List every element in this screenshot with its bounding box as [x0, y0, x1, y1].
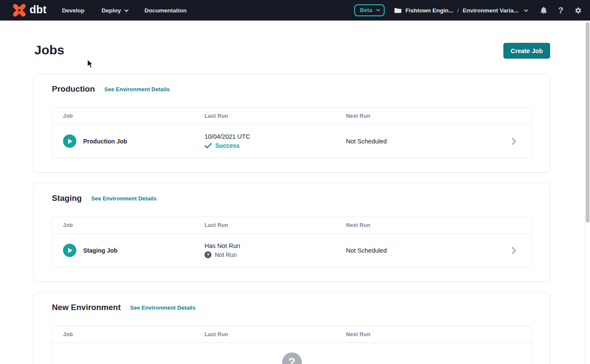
chevron-down-icon[interactable]: [524, 8, 528, 12]
job-row[interactable]: Staging Job Has Not Run ? Not Run Not Sc…: [52, 234, 531, 267]
jobs-table: Job Last Run Next Run ?: [52, 326, 532, 364]
check-icon: [205, 143, 212, 149]
nav-links: Develop Deploy Documentation: [62, 7, 187, 14]
nav-link-deploy[interactable]: Deploy: [102, 7, 127, 14]
nav-link-develop[interactable]: Develop: [62, 7, 84, 14]
job-cell: Production Job: [63, 134, 205, 148]
scrollbar-track[interactable]: [584, 21, 590, 364]
jobs-table: Job Last Run Next Run Production Job 10/…: [52, 107, 532, 158]
chevron-down-icon: [124, 8, 129, 12]
last-run-cell: 10/04/2021 UTC Success: [205, 133, 346, 149]
environment-card-production: Production See Environment Details Job L…: [33, 74, 550, 173]
nav-link-documentation[interactable]: Documentation: [144, 7, 187, 14]
environment-name: New Environment: [52, 303, 120, 312]
environment-card-header: Production See Environment Details: [52, 84, 532, 94]
last-run-status: ? Not Run: [205, 251, 346, 258]
nav-icon-group: ?: [540, 6, 582, 15]
last-run-date: 10/04/2021 UTC: [205, 133, 346, 140]
run-job-play-button[interactable]: [63, 134, 76, 148]
play-icon: [68, 248, 72, 253]
run-job-play-button[interactable]: [63, 244, 76, 257]
bell-icon[interactable]: [540, 6, 548, 15]
column-header-job: Job: [63, 113, 205, 119]
create-job-button[interactable]: Create Job: [503, 43, 550, 59]
job-row[interactable]: Production Job 10/04/2021 UTC Success No…: [52, 125, 531, 158]
last-run-status: Success: [205, 142, 346, 149]
last-run-date: Has Not Run: [205, 242, 346, 249]
breadcrumb-account[interactable]: Fishtown Engin...: [406, 7, 454, 14]
environment-name: Production: [52, 84, 95, 94]
status-label: Success: [215, 142, 240, 149]
next-run-cell: Not Scheduled: [346, 138, 512, 145]
column-header-last-run: Last Run: [205, 113, 346, 119]
see-environment-details-link[interactable]: See Environment Details: [104, 86, 169, 92]
column-header-last-run: Last Run: [205, 331, 346, 337]
main-content: Jobs Create Job Production See Environme…: [33, 43, 550, 364]
jobs-table-header: Job Last Run Next Run: [52, 108, 531, 125]
jobs-table-header: Job Last Run Next Run: [52, 326, 531, 343]
page-title: Jobs: [34, 43, 64, 57]
jobs-table: Job Last Run Next Run Staging Job Has No…: [52, 217, 532, 267]
question-circle-icon: ?: [205, 251, 211, 258]
environment-name: Staging: [52, 194, 82, 203]
environment-card-header: New Environment See Environment Details: [52, 303, 532, 312]
play-icon: [68, 139, 72, 144]
empty-jobs-state: ?: [52, 343, 531, 364]
column-header-next-run: Next Run: [346, 113, 512, 119]
environment-card-header: Staging See Environment Details: [52, 194, 532, 203]
breadcrumb: Fishtown Engin... / Environment Varia...: [394, 7, 527, 14]
jobs-table-header: Job Last Run Next Run: [52, 217, 531, 234]
job-cell: Staging Job: [63, 244, 205, 257]
chevron-right-icon[interactable]: [512, 137, 531, 145]
column-header-next-run: Next Run: [346, 331, 512, 337]
column-header-job: Job: [63, 222, 205, 228]
environment-card-staging: Staging See Environment Details Job Last…: [33, 183, 550, 282]
chevron-down-icon: [376, 7, 380, 12]
nav-right: Beta Fishtown Engin... / Environment Var…: [354, 4, 582, 16]
environment-card-new-environment: New Environment See Environment Details …: [33, 292, 550, 364]
gear-icon[interactable]: [574, 6, 582, 15]
next-run-cell: Not Scheduled: [346, 247, 512, 254]
status-label: Not Run: [215, 251, 237, 258]
column-header-last-run: Last Run: [205, 222, 346, 228]
column-header-job: Job: [63, 331, 205, 337]
job-name: Staging Job: [83, 247, 117, 254]
dbt-brand-text: dbt: [30, 4, 46, 16]
help-icon[interactable]: ?: [558, 6, 563, 15]
chevron-right-icon[interactable]: [512, 247, 531, 254]
folder-icon: [394, 7, 402, 14]
see-environment-details-link[interactable]: See Environment Details: [91, 195, 157, 202]
dbt-logo[interactable]: dbt: [12, 3, 46, 18]
question-circle-icon: ?: [282, 352, 302, 364]
dbt-logo-icon: [12, 3, 27, 18]
page-header: Jobs Create Job: [33, 43, 550, 59]
scrollbar-thumb[interactable]: [586, 22, 590, 223]
column-header-next-run: Next Run: [346, 222, 512, 228]
breadcrumb-project[interactable]: Environment Varia...: [463, 7, 518, 14]
last-run-cell: Has Not Run ? Not Run: [205, 242, 346, 258]
beta-dropdown[interactable]: Beta: [354, 4, 384, 16]
breadcrumb-separator: /: [457, 7, 459, 14]
top-nav: dbt Develop Deploy Documentation Beta Fi…: [0, 0, 590, 21]
job-name: Production Job: [83, 138, 127, 145]
see-environment-details-link[interactable]: See Environment Details: [130, 304, 195, 311]
